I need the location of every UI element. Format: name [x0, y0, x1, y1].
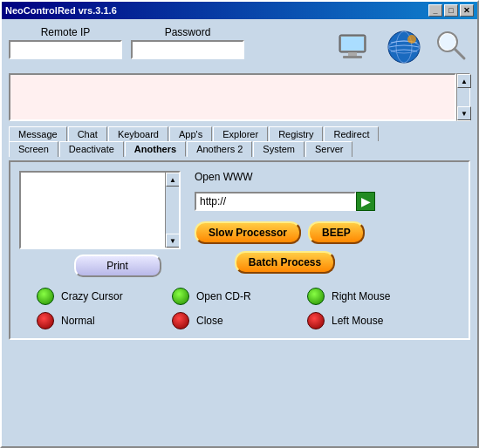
left-panel: ▲ ▼ Print [19, 171, 181, 277]
tab-message[interactable]: Message [9, 126, 67, 141]
right-panel: Open WWW ▶ Slow Processor BEEP Batch Pro… [195, 171, 375, 277]
remote-ip-input[interactable] [9, 40, 122, 59]
tab-server[interactable]: Server [305, 141, 352, 157]
tab-apps[interactable]: App's [169, 126, 212, 141]
right-mouse-toggle[interactable] [307, 288, 325, 305]
tab-redirect[interactable]: Redirect [324, 126, 379, 141]
icons-area [334, 26, 470, 68]
tab-anothers2[interactable]: Anothers 2 [187, 141, 252, 157]
toggle-crazy-cursor: Crazy Cursor [37, 288, 172, 305]
textarea-section: ▲ ▼ [9, 73, 470, 121]
tab-deactivate[interactable]: Deactivate [59, 141, 124, 157]
close-label: Close [196, 315, 223, 327]
top-section: Remote IP Password [9, 26, 470, 68]
crazy-cursor-label: Crazy Cursor [61, 290, 123, 302]
www-row: ▶ [195, 192, 375, 211]
svg-rect-1 [341, 37, 364, 51]
open-cdr-label: Open CD-R [196, 290, 251, 302]
close-button[interactable]: ✕ [460, 4, 474, 17]
tab-keyboard[interactable]: Keyboard [108, 126, 168, 141]
title-bar-buttons: _ □ ✕ [428, 4, 474, 17]
left-mouse-label: Left Mouse [332, 315, 383, 327]
svg-point-7 [407, 35, 416, 44]
remote-ip-group: Remote IP [9, 26, 122, 59]
listbox-scroll-down[interactable]: ▼ [166, 234, 180, 248]
remote-ip-label: Remote IP [9, 26, 122, 38]
main-textarea[interactable] [9, 73, 456, 121]
content-area: Remote IP Password [2, 19, 477, 347]
svg-rect-2 [348, 52, 357, 56]
tab-anothers[interactable]: Anothers [125, 141, 186, 157]
beep-button[interactable]: BEEP [308, 221, 365, 244]
main-panel: ▲ ▼ Print Open WWW ▶ [19, 171, 460, 277]
password-label: Password [131, 26, 244, 38]
batch-process-button[interactable]: Batch Process [235, 251, 335, 274]
listbox-content [21, 173, 165, 248]
www-label: Open WWW [195, 171, 375, 183]
tab-chat[interactable]: Chat [68, 126, 107, 141]
minimize-button[interactable]: _ [428, 4, 442, 17]
www-input[interactable] [195, 192, 356, 211]
title-bar: NeoControlRed vrs.3.1.6 _ □ ✕ [2, 2, 477, 19]
open-cdr-toggle[interactable] [172, 288, 189, 305]
textarea-wrapper: ▲ ▼ [9, 73, 470, 121]
listbox-track [166, 187, 179, 234]
batch-row: Batch Process [195, 251, 375, 274]
toggle-open-cdr: Open CD-R [172, 288, 307, 305]
main-window: NeoControlRed vrs.3.1.6 _ □ ✕ Remote IP … [0, 0, 479, 448]
listbox[interactable]: ▲ ▼ [19, 171, 181, 249]
toggle-right-mouse: Right Mouse [307, 288, 442, 305]
tabs-row1: Message Chat Keyboard App's Explorer Reg… [9, 126, 470, 157]
textarea-scrollbar[interactable]: ▲ ▼ [456, 73, 470, 121]
listbox-scroll-up[interactable]: ▲ [166, 173, 180, 187]
tab-registry[interactable]: Registry [269, 126, 323, 141]
toggle-close: Close [172, 312, 307, 329]
slow-processor-button[interactable]: Slow Processor [195, 221, 301, 244]
normal-label: Normal [61, 315, 95, 327]
tab-content: ▲ ▼ Print Open WWW ▶ [9, 160, 470, 340]
window-title: NeoControlRed vrs.3.1.6 [5, 5, 117, 16]
scroll-down-arrow[interactable]: ▼ [457, 106, 471, 120]
svg-line-10 [455, 49, 464, 58]
print-button[interactable]: Print [74, 255, 161, 277]
tab-explorer[interactable]: Explorer [213, 126, 268, 141]
maximize-button[interactable]: □ [444, 4, 458, 17]
normal-toggle[interactable] [37, 312, 54, 329]
toggle-normal: Normal [37, 312, 172, 329]
button-row: Slow Processor BEEP [195, 221, 375, 244]
scroll-up-arrow[interactable]: ▲ [457, 74, 471, 88]
go-icon: ▶ [361, 194, 371, 208]
tab-screen[interactable]: Screen [9, 141, 58, 157]
right-mouse-label: Right Mouse [332, 290, 390, 302]
tab-row-1: Message Chat Keyboard App's Explorer Reg… [9, 126, 470, 141]
bottom-section: Crazy Cursor Open CD-R Right Mouse Norma… [19, 288, 460, 329]
tab-row-2: Screen Deactivate Anothers Anothers 2 Sy… [9, 141, 470, 157]
tab-system[interactable]: System [253, 141, 305, 157]
globe1-icon [383, 26, 425, 68]
go-button[interactable]: ▶ [356, 192, 375, 211]
password-group: Password [131, 26, 244, 59]
svg-rect-3 [343, 56, 362, 58]
close-toggle[interactable] [172, 312, 189, 329]
crazy-cursor-toggle[interactable] [37, 288, 54, 305]
svg-point-4 [388, 31, 420, 63]
toggle-left-mouse: Left Mouse [307, 312, 442, 329]
listbox-scrollbar: ▲ ▼ [165, 173, 179, 248]
password-input[interactable] [131, 40, 244, 59]
scroll-track [457, 88, 469, 106]
left-mouse-toggle[interactable] [307, 312, 325, 329]
magnify-icon [432, 26, 470, 64]
svg-point-9 [440, 34, 455, 50]
computer-icon [334, 26, 376, 68]
